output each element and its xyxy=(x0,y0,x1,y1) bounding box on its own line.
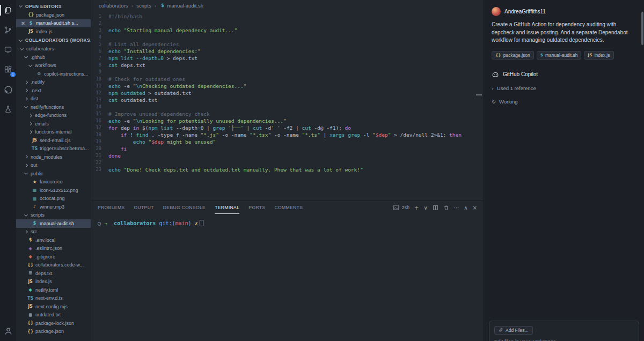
new-terminal-icon[interactable]: + xyxy=(414,205,419,211)
source-control-icon[interactable] xyxy=(2,24,14,36)
code-line: 21done xyxy=(91,152,484,159)
tree-file[interactable]: ≣deps.txt xyxy=(16,269,91,278)
tree-folder[interactable]: collaborators xyxy=(16,45,91,54)
image-file-icon: ▦ xyxy=(32,188,38,192)
tree-folder[interactable]: .github xyxy=(16,53,91,62)
tree-file[interactable]: ◆netlify.toml xyxy=(16,286,91,294)
chat-user-row: AndreaGriffiths11 xyxy=(492,7,635,16)
tree-folder[interactable]: node_modules xyxy=(16,153,91,161)
tree-file[interactable]: {}package-lock.json xyxy=(16,319,91,328)
breadcrumb-separator: › xyxy=(155,3,157,9)
kill-terminal-icon[interactable] xyxy=(443,205,449,211)
tree-file[interactable]: {}package.json xyxy=(16,328,91,336)
remote-explorer-icon[interactable] xyxy=(2,44,14,56)
panel-tab-output[interactable]: OUTPUT xyxy=(134,201,153,214)
tree-folder[interactable]: functions-internal xyxy=(16,128,91,137)
chevron-down-icon xyxy=(24,171,28,175)
explorer-icon[interactable] xyxy=(2,4,14,16)
sh-file-icon: $ xyxy=(159,3,165,8)
line-number: 10 xyxy=(91,76,108,83)
chat-input[interactable]: Add Files... Edit files in your workspac… xyxy=(489,321,639,341)
tree-folder[interactable]: out xyxy=(16,161,91,170)
tree-file[interactable]: TSnext-env.d.ts xyxy=(16,294,91,303)
git-file-icon: ◆ xyxy=(27,254,33,259)
tree-folder[interactable]: dist xyxy=(16,95,91,103)
account-icon[interactable] xyxy=(2,325,14,337)
github-icon[interactable] xyxy=(2,84,14,95)
extensions-icon[interactable]: 1 xyxy=(2,64,14,76)
tree-folder[interactable]: netlify/functions xyxy=(16,103,91,112)
tree-folder[interactable]: workflows xyxy=(16,62,91,70)
sh-file-icon: $ xyxy=(32,221,38,226)
line-number: 7 xyxy=(91,55,108,62)
chevron-right-icon xyxy=(24,80,28,84)
tree-file[interactable]: ▦octocat.png xyxy=(16,195,91,203)
open-editors-header[interactable]: OPEN EDITORS xyxy=(16,2,91,11)
tree-item-label: manual-audit.sh xyxy=(40,221,74,226)
tree-file[interactable]: ≣outdated.txt xyxy=(16,311,91,320)
open-editor-item[interactable]: ×$manual-audit.sh s... xyxy=(16,19,91,28)
tree-item-label: .eslintrc.json xyxy=(35,246,62,251)
tree-folder[interactable]: emails xyxy=(16,120,91,128)
add-files-button[interactable]: Add Files... xyxy=(494,326,533,335)
tree-file[interactable]: ◆.gitignore xyxy=(16,253,91,261)
tree-item-label: collaborators xyxy=(26,46,54,51)
file-chip-label: package.json xyxy=(503,53,530,58)
tree-file[interactable]: JSsend-email.cjs xyxy=(16,136,91,145)
breadcrumb-item[interactable]: collaborators xyxy=(99,3,128,9)
breadcrumb-item[interactable]: $manual-audit.sh xyxy=(159,3,203,9)
testing-flask-icon[interactable] xyxy=(2,103,14,115)
more-actions-icon[interactable]: ··· xyxy=(454,205,459,211)
tree-folder[interactable]: .next xyxy=(16,86,91,95)
workspace-header[interactable]: COLLABORATORS (WORKS... xyxy=(16,36,91,45)
tree-item-label: dist xyxy=(31,96,38,101)
close-icon[interactable]: × xyxy=(20,20,26,26)
tree-file[interactable]: JSindex.js xyxy=(16,278,91,286)
breadcrumb[interactable]: collaborators›scripts›$manual-audit.sh xyxy=(91,0,484,11)
tree-file[interactable]: ★favicon.ico xyxy=(16,178,91,187)
maximize-panel-icon[interactable]: ∧ xyxy=(464,205,467,211)
code-line: 9 xyxy=(91,69,484,76)
chevron-down-icon xyxy=(28,63,32,67)
scrollbar-thumb[interactable] xyxy=(476,94,482,95)
launch-profile-chevron-icon[interactable]: ∨ xyxy=(423,205,427,211)
close-panel-icon[interactable]: × xyxy=(473,205,477,211)
tree-folder[interactable]: public xyxy=(16,169,91,178)
file-chip[interactable]: JSindex.js xyxy=(584,51,613,60)
file-chip[interactable]: {}package.json xyxy=(492,51,534,60)
panel-tab-terminal[interactable]: TERMINAL xyxy=(215,201,239,214)
line-number: 16 xyxy=(91,117,108,124)
tree-folder[interactable]: src xyxy=(16,228,91,236)
tree-file[interactable]: JSnext.config.mjs xyxy=(16,302,91,311)
panel-tab-problems[interactable]: PROBLEMS xyxy=(98,201,125,214)
panel-tab-ports[interactable]: PORTS xyxy=(248,201,265,214)
tree-file[interactable]: ⊙copilot-instructions... xyxy=(16,70,91,78)
open-editor-item[interactable]: JSindex.js xyxy=(16,27,91,36)
code-editor[interactable]: 1#!/bin/bash23echo "Starting manual depe… xyxy=(91,11,484,201)
panel-tab-debug-console[interactable]: DEBUG CONSOLE xyxy=(163,201,206,214)
tree-file[interactable]: TStriggerSubscribeEma... xyxy=(16,145,91,153)
tree-file[interactable]: $.env.local xyxy=(16,236,91,244)
tree-item-label: next.config.mjs xyxy=(35,304,68,309)
terminal-cursor xyxy=(200,220,203,226)
tree-folder[interactable]: scripts xyxy=(16,211,91,220)
line-number: 11 xyxy=(91,83,108,90)
tree-item-label: src xyxy=(31,229,37,234)
tree-folder[interactable]: edge-functions xyxy=(16,112,91,120)
references-toggle[interactable]: › Used 1 reference xyxy=(492,85,635,91)
tree-folder[interactable]: .netlify xyxy=(16,78,91,87)
breadcrumb-item[interactable]: scripts xyxy=(136,3,151,9)
shell-label[interactable]: zsh xyxy=(402,205,409,210)
tree-file[interactable]: $manual-audit.sh xyxy=(16,219,91,228)
tree-file[interactable]: ◈.eslintrc.json xyxy=(16,244,91,253)
tree-file[interactable]: ♪winner.mp3 xyxy=(16,203,91,211)
scrollbar[interactable] xyxy=(641,12,643,45)
terminal[interactable]: ○ → collaborators git:(main) ✗ xyxy=(91,214,484,341)
split-terminal-icon[interactable] xyxy=(433,205,438,211)
open-editor-item[interactable]: {}package.json xyxy=(16,11,91,19)
tree-file[interactable]: ▦icon-512x512.png xyxy=(16,186,91,195)
file-chip[interactable]: $manual-audit.sh xyxy=(537,51,582,60)
js-file-icon: JS xyxy=(27,279,33,284)
tree-file[interactable]: {}collaborators.code-w... xyxy=(16,261,91,270)
panel-tab-comments[interactable]: COMMENTS xyxy=(274,201,303,214)
